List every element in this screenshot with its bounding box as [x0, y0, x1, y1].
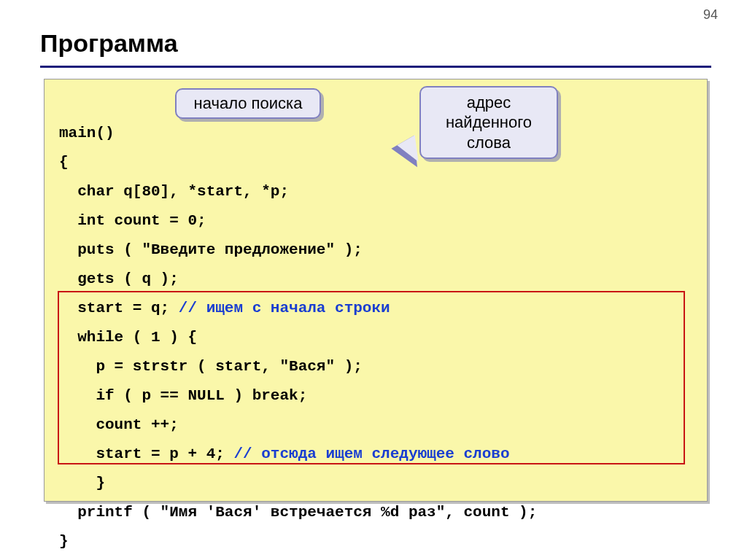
code-comment: // ищем с начала строки: [179, 300, 390, 316]
callout-text: адрес: [467, 93, 511, 113]
callout-text: найденного: [446, 112, 532, 133]
code-line: if ( p == NULL ) break;: [59, 387, 307, 404]
code-line: gets ( q );: [59, 271, 179, 287]
code-line: {: [59, 154, 69, 171]
code-comment: // отсюда ищем следующее слово: [233, 446, 509, 462]
title-rule: [40, 66, 711, 68]
code-line: int count = 0;: [59, 212, 206, 229]
code-line: char q[80], *start, *p;: [59, 183, 289, 200]
code-line: while ( 1 ) {: [59, 329, 197, 346]
code-line: start = q;: [59, 300, 179, 316]
callout-text: слова: [467, 133, 511, 153]
code-block: main() { char q[80], *start, *p; int cou…: [59, 90, 700, 560]
callout-text: начало поиска: [194, 93, 303, 114]
code-line: start = p + 4;: [59, 446, 233, 462]
code-line: main(): [59, 125, 115, 141]
code-line: printf ( "Имя 'Вася' встречается %d раз"…: [59, 504, 537, 521]
code-line: }: [59, 475, 105, 491]
page-title: Программа: [40, 29, 178, 58]
page-number: 94: [703, 7, 718, 23]
callout-start-search: начало поиска: [175, 88, 321, 119]
code-line: p = strstr ( start, "Вася" );: [59, 358, 363, 375]
code-line: }: [59, 533, 69, 550]
code-panel: main() { char q[80], *start, *p; int cou…: [44, 79, 708, 502]
code-line: count ++;: [59, 416, 179, 433]
callout-found-address: адрес найденного слова: [419, 86, 558, 159]
code-line: puts ( "Введите предложение" );: [59, 241, 363, 258]
